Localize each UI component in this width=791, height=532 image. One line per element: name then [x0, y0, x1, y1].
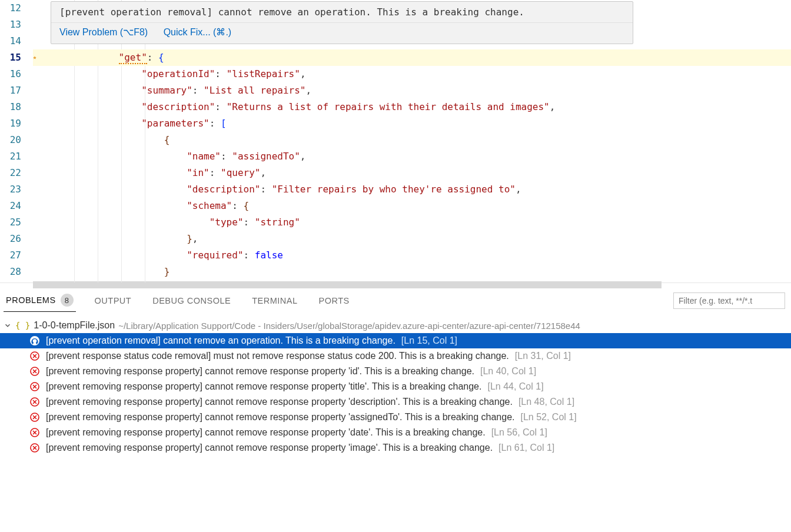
- problems-filter-input[interactable]: [673, 292, 785, 309]
- problem-row[interactable]: [prevent removing response property] can…: [0, 364, 791, 379]
- code-line[interactable]: "name": "assignedTo",: [33, 148, 791, 165]
- code-line[interactable]: "schema": {: [33, 198, 791, 214]
- problem-message: [prevent response status code removal] m…: [46, 351, 509, 361]
- problem-location: [Ln 44, Col 1]: [487, 381, 543, 392]
- lightbulb-icon[interactable]: [31, 52, 40, 62]
- code-line[interactable]: "operationId": "listRepairs",: [33, 66, 791, 82]
- problem-message: [prevent removing response property] can…: [46, 381, 481, 392]
- error-icon: [29, 427, 40, 438]
- line-number: 21: [0, 148, 21, 165]
- tab-problems[interactable]: PROBLEMS 8: [4, 289, 76, 312]
- line-number: 16: [0, 66, 21, 82]
- tab-problems-label: PROBLEMS: [6, 295, 56, 305]
- line-number: 26: [0, 231, 21, 247]
- problems-file-path: ~/Library/Application Support/Code - Ins…: [118, 321, 580, 331]
- line-number: 12: [0, 0, 21, 16]
- problem-location: [Ln 48, Col 1]: [519, 397, 574, 407]
- problem-location: [Ln 15, Col 1]: [401, 335, 457, 346]
- code-line[interactable]: "get": {: [33, 49, 791, 66]
- problem-message: [prevent removing response property] can…: [46, 412, 514, 423]
- problem-message: [prevent operation removal] cannot remov…: [46, 335, 396, 346]
- line-number: 28: [0, 264, 21, 280]
- error-icon: [29, 366, 40, 377]
- problems-list: { } 1-0-0-tempFile.json ~/Library/Applic…: [0, 312, 791, 455]
- line-number: 27: [0, 247, 21, 264]
- code-line[interactable]: "required": false: [33, 247, 791, 264]
- line-number: 14: [0, 33, 21, 49]
- line-number-gutter: 1213141516171819202122232425262728: [0, 0, 33, 282]
- tab-ports[interactable]: PORTS: [317, 291, 352, 310]
- problem-message: [prevent removing response property] can…: [46, 366, 474, 377]
- code-line[interactable]: "type": "string": [33, 214, 791, 231]
- problem-location: [Ln 31, Col 1]: [515, 351, 571, 361]
- problem-message: [prevent removing response property] can…: [46, 427, 486, 438]
- code-line[interactable]: "description": "Filter repairs by who th…: [33, 181, 791, 198]
- tab-debug-console[interactable]: DEBUG CONSOLE: [150, 291, 233, 310]
- problem-row[interactable]: [prevent removing response property] can…: [0, 394, 791, 410]
- problem-location: [Ln 40, Col 1]: [480, 366, 536, 377]
- problems-filter: [673, 292, 785, 309]
- code-line[interactable]: }: [33, 264, 791, 280]
- json-file-icon: { }: [15, 321, 30, 330]
- line-number: 24: [0, 198, 21, 214]
- code-line[interactable]: "description": "Returns a list of repair…: [33, 99, 791, 115]
- problems-count-badge: 8: [61, 294, 74, 307]
- code-line[interactable]: },: [33, 231, 791, 247]
- line-number: 18: [0, 99, 21, 115]
- line-number: 17: [0, 82, 21, 99]
- problem-location: [Ln 52, Col 1]: [520, 412, 576, 423]
- code-line[interactable]: "parameters": [: [33, 115, 791, 132]
- error-icon: [29, 443, 40, 453]
- problem-row[interactable]: [prevent removing response property] can…: [0, 425, 791, 440]
- tab-terminal[interactable]: TERMINAL: [250, 291, 300, 310]
- diagnostic-hover-message: [prevent operation removal] cannot remov…: [51, 2, 633, 22]
- quick-fix-link[interactable]: Quick Fix... (⌘.): [164, 27, 232, 37]
- problem-message: [prevent removing response property] can…: [46, 443, 493, 453]
- error-icon: [29, 381, 40, 392]
- problem-row[interactable]: [prevent removing response property] can…: [0, 379, 791, 394]
- code-line[interactable]: {: [33, 132, 791, 148]
- line-number: 25: [0, 214, 21, 231]
- error-icon: [29, 397, 40, 407]
- problem-row[interactable]: [prevent removing response property] can…: [0, 440, 791, 455]
- code-editor[interactable]: 1213141516171819202122232425262728 } }, …: [0, 0, 791, 282]
- line-number: 15: [0, 49, 21, 66]
- problem-message: [prevent removing response property] can…: [46, 397, 513, 407]
- line-number: 19: [0, 115, 21, 132]
- problem-row[interactable]: [prevent operation removal] cannot remov…: [0, 333, 791, 348]
- horizontal-scrollbar[interactable]: [33, 281, 662, 288]
- chevron-down-icon[interactable]: [4, 321, 12, 330]
- line-number: 13: [0, 16, 21, 33]
- problems-file-name: 1-0-0-tempFile.json: [34, 320, 115, 331]
- problem-row[interactable]: [prevent removing response property] can…: [0, 410, 791, 425]
- view-problem-link[interactable]: View Problem (⌥F8): [59, 27, 148, 37]
- error-icon: [29, 351, 40, 361]
- problem-location: [Ln 56, Col 1]: [491, 427, 547, 438]
- problem-location: [Ln 61, Col 1]: [498, 443, 554, 453]
- diagnostic-hover: [prevent operation removal] cannot remov…: [51, 1, 633, 44]
- tab-output[interactable]: OUTPUT: [92, 291, 134, 310]
- line-number: 22: [0, 165, 21, 181]
- code-line[interactable]: "in": "query",: [33, 165, 791, 181]
- line-number: 20: [0, 132, 21, 148]
- code-line[interactable]: "summary": "List all repairs",: [33, 82, 791, 99]
- error-icon: [29, 412, 40, 423]
- bottom-panel: PROBLEMS 8 OUTPUT DEBUG CONSOLE TERMINAL…: [0, 282, 791, 455]
- line-number: 23: [0, 181, 21, 198]
- diagnostic-hover-actions: View Problem (⌥F8) Quick Fix... (⌘.): [51, 22, 633, 44]
- lightbulb-info-icon: [29, 335, 40, 346]
- problems-file-row[interactable]: { } 1-0-0-tempFile.json ~/Library/Applic…: [0, 318, 791, 333]
- problem-row[interactable]: [prevent response status code removal] m…: [0, 348, 791, 364]
